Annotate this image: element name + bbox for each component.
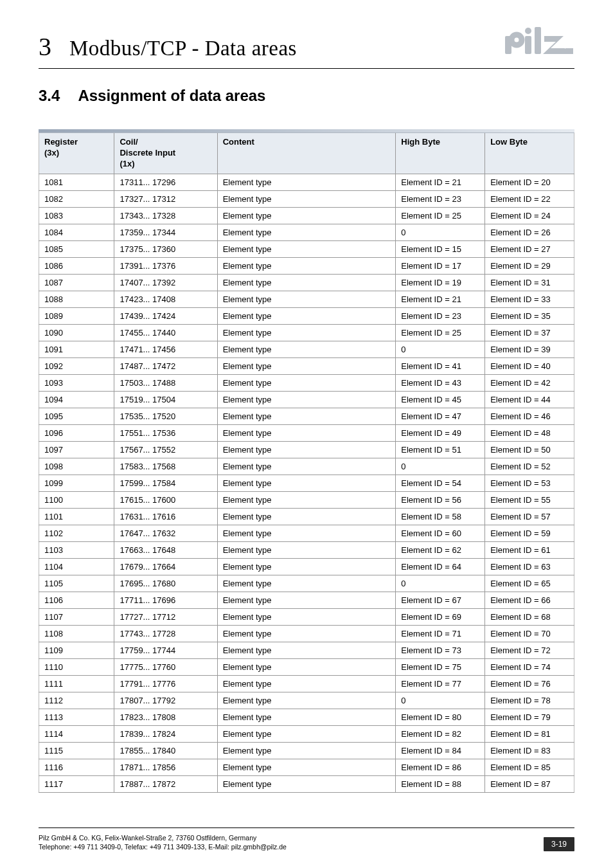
cell-coil: 17727... 17712: [114, 608, 217, 625]
table-row: 110517695... 17680Element type0Element I…: [39, 575, 574, 592]
cell-low: Element ID = 20: [485, 174, 574, 190]
cell-content: Element type: [217, 658, 396, 675]
th-coil: Coil/Discrete Input(1x): [114, 133, 217, 174]
cell-reg: 1117: [39, 775, 114, 792]
cell-high: Element ID = 80: [396, 709, 485, 725]
cell-high: 0: [396, 575, 485, 592]
cell-high: Element ID = 69: [396, 608, 485, 625]
cell-low: Element ID = 61: [485, 541, 574, 558]
cell-content: Element type: [217, 725, 396, 742]
cell-content: Element type: [217, 692, 396, 709]
cell-high: Element ID = 23: [396, 307, 485, 324]
cell-low: Element ID = 33: [485, 291, 574, 307]
cell-low: Element ID = 81: [485, 725, 574, 742]
cell-reg: 1116: [39, 759, 114, 775]
cell-reg: 1094: [39, 391, 114, 408]
table-row: 109817583... 17568Element type0Element I…: [39, 458, 574, 475]
cell-content: Element type: [217, 324, 396, 341]
cell-content: Element type: [217, 357, 396, 374]
cell-coil: 17391... 17376: [114, 257, 217, 274]
footer-line-2: Telephone: +49 711 3409-0, Telefax: +49 …: [39, 842, 287, 851]
cell-content: Element type: [217, 291, 396, 307]
table-row: 111417839... 17824Element typeElement ID…: [39, 725, 574, 742]
table-row: 110417679... 17664Element typeElement ID…: [39, 558, 574, 575]
cell-reg: 1109: [39, 642, 114, 658]
cell-content: Element type: [217, 525, 396, 541]
cell-reg: 1110: [39, 658, 114, 675]
table-row: 109317503... 17488Element typeElement ID…: [39, 374, 574, 391]
table-row: 111617871... 17856Element typeElement ID…: [39, 759, 574, 775]
cell-content: Element type: [217, 391, 396, 408]
cell-reg: 1093: [39, 374, 114, 391]
cell-low: Element ID = 22: [485, 190, 574, 207]
cell-content: Element type: [217, 541, 396, 558]
cell-content: Element type: [217, 642, 396, 658]
cell-content: Element type: [217, 424, 396, 441]
cell-content: Element type: [217, 775, 396, 792]
cell-high: Element ID = 43: [396, 374, 485, 391]
table-row: 110617711... 17696Element typeElement ID…: [39, 592, 574, 608]
cell-coil: 17599... 17584: [114, 475, 217, 491]
cell-reg: 1084: [39, 224, 114, 240]
cell-coil: 17615... 17600: [114, 491, 217, 508]
cell-content: Element type: [217, 709, 396, 725]
header-left: 3 Modbus/TCP - Data areas: [39, 32, 297, 62]
cell-coil: 17343... 17328: [114, 207, 217, 224]
cell-reg: 1099: [39, 475, 114, 491]
page-number: 3-19: [544, 837, 574, 851]
cell-low: Element ID = 68: [485, 608, 574, 625]
table-row: 111217807... 17792Element type0Element I…: [39, 692, 574, 709]
cell-low: Element ID = 35: [485, 307, 574, 324]
cell-coil: 17519... 17504: [114, 391, 217, 408]
cell-reg: 1089: [39, 307, 114, 324]
cell-content: Element type: [217, 508, 396, 525]
svg-rect-4: [535, 27, 541, 54]
cell-low: Element ID = 46: [485, 408, 574, 424]
cell-high: Element ID = 75: [396, 658, 485, 675]
cell-high: Element ID = 47: [396, 408, 485, 424]
cell-high: 0: [396, 341, 485, 357]
cell-low: Element ID = 37: [485, 324, 574, 341]
cell-coil: 17375... 17360: [114, 240, 217, 257]
cell-low: Element ID = 74: [485, 658, 574, 675]
cell-coil: 17567... 17552: [114, 441, 217, 458]
table-row: 108517375... 17360Element typeElement ID…: [39, 240, 574, 257]
cell-low: Element ID = 48: [485, 424, 574, 441]
cell-reg: 1101: [39, 508, 114, 525]
table-row: 110117631... 17616Element typeElement ID…: [39, 508, 574, 525]
table-row: 110017615... 17600Element typeElement ID…: [39, 491, 574, 508]
table-row: 110217647... 17632Element typeElement ID…: [39, 525, 574, 541]
cell-high: Element ID = 84: [396, 742, 485, 759]
cell-coil: 17503... 17488: [114, 374, 217, 391]
cell-low: Element ID = 85: [485, 759, 574, 775]
table-row: 111317823... 17808Element typeElement ID…: [39, 709, 574, 725]
table-row: 110817743... 17728Element typeElement ID…: [39, 625, 574, 642]
cell-reg: 1081: [39, 174, 114, 190]
cell-high: Element ID = 77: [396, 675, 485, 692]
cell-reg: 1112: [39, 692, 114, 709]
cell-reg: 1095: [39, 408, 114, 424]
table-row: 108117311... 17296Element typeElement ID…: [39, 174, 574, 190]
cell-high: Element ID = 17: [396, 257, 485, 274]
th-low: Low Byte: [485, 133, 574, 174]
cell-coil: 17327... 17312: [114, 190, 217, 207]
cell-content: Element type: [217, 207, 396, 224]
cell-high: Element ID = 23: [396, 190, 485, 207]
cell-reg: 1100: [39, 491, 114, 508]
table-row: 109117471... 17456Element type0Element I…: [39, 341, 574, 357]
cell-high: Element ID = 25: [396, 324, 485, 341]
cell-coil: 17551... 17536: [114, 424, 217, 441]
cell-coil: 17711... 17696: [114, 592, 217, 608]
cell-high: Element ID = 54: [396, 475, 485, 491]
table-row: 111517855... 17840Element typeElement ID…: [39, 742, 574, 759]
footer-line-1: Pilz GmbH & Co. KG, Felix-Wankel-Straße …: [39, 833, 287, 842]
cell-content: Element type: [217, 174, 396, 190]
table-row: 108717407... 17392Element typeElement ID…: [39, 274, 574, 291]
cell-coil: 17871... 17856: [114, 759, 217, 775]
cell-low: Element ID = 65: [485, 575, 574, 592]
cell-low: Element ID = 29: [485, 257, 574, 274]
cell-low: Element ID = 39: [485, 341, 574, 357]
cell-low: Element ID = 70: [485, 625, 574, 642]
cell-content: Element type: [217, 458, 396, 475]
pilz-logo-icon: [504, 27, 574, 55]
